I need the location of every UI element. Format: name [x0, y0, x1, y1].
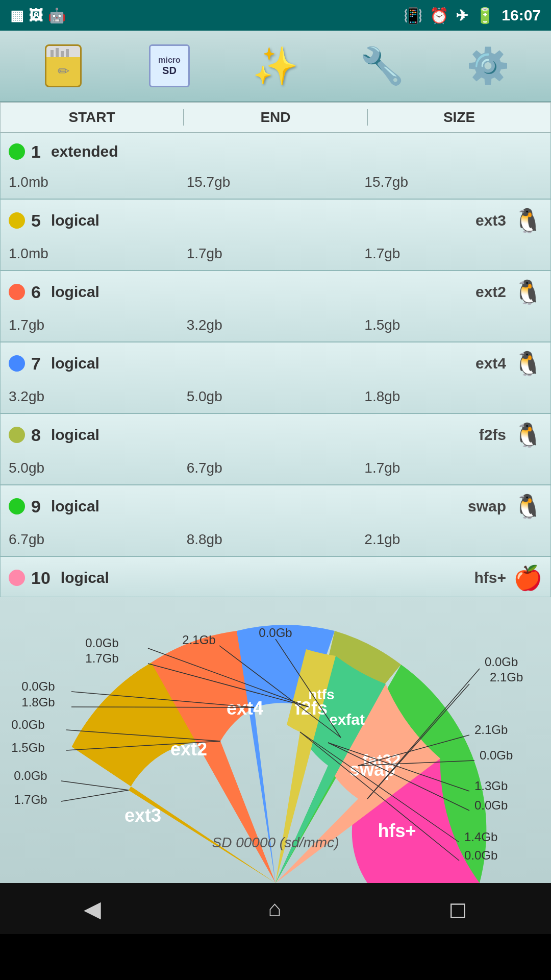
partition-type-1: extended	[51, 143, 542, 160]
partition-row-8[interactable]: 8 logical f2fs 🐧 5.0gb 6.7gb 1.7gb	[0, 413, 551, 485]
partition-type-10: logical	[61, 569, 474, 586]
outer-label-ext2-zero: 0.0Gb	[11, 718, 44, 731]
partition-type-8: logical	[51, 426, 479, 444]
nav-bar: ◀ ⌂ ◻	[0, 883, 551, 934]
partition-start-1: 1.0mb	[9, 174, 187, 190]
partition-row-5[interactable]: 5 logical ext3 🐧 1.0mb 1.7gb 1.7gb	[0, 199, 551, 271]
partition-dot-6	[9, 284, 25, 300]
partition-row-10[interactable]: 10 logical hfs+ 🍎	[0, 556, 551, 597]
svg-line-0	[61, 790, 129, 801]
outer-label-hfsplus: 2.1Gb	[490, 670, 523, 684]
partition-size-1: 15.7gb	[364, 174, 542, 190]
tools-button[interactable]: 🔧	[359, 43, 405, 89]
donut-chart: ext3 ext2 ext4 f2fs swap hfs+ fat32 exfa…	[0, 618, 551, 883]
partition-size-5: 1.7gb	[364, 246, 542, 262]
apple-icon-10: 🍎	[513, 564, 542, 592]
svg-line-4	[71, 707, 254, 707]
partition-num-8: 8	[31, 425, 41, 445]
partition-num-1: 1	[31, 142, 41, 162]
outer-label-exfat-zero: 0.0Gb	[474, 798, 508, 812]
partition-dot-1	[9, 143, 25, 160]
alarm-icon: ⏰	[430, 7, 448, 24]
partition-fs-9: swap	[468, 498, 506, 515]
linux-icon-7: 🐧	[513, 350, 542, 377]
partition-start-8: 5.0gb	[9, 460, 187, 476]
partition-fs-5: ext3	[475, 212, 506, 229]
status-left-icons: ▦ 🖼 🤖	[10, 7, 66, 24]
outer-label-fat32-zero: 0.0Gb	[480, 748, 513, 762]
partition-end-7: 5.0gb	[187, 388, 365, 405]
outer-label-ext4: 1.8Gb	[21, 695, 55, 709]
partition-size-6: 1.5gb	[364, 317, 542, 333]
outer-label-exfat: 1.3Gb	[474, 779, 508, 793]
partition-fs-8: f2fs	[479, 426, 506, 444]
partition-dot-10	[9, 570, 25, 586]
partition-dot-5	[9, 212, 25, 229]
home-button[interactable]: ⌂	[268, 896, 282, 921]
android-icon: 🤖	[48, 7, 66, 24]
partition-dot-7	[9, 355, 25, 372]
partition-size-9: 2.1gb	[364, 531, 542, 548]
partition-row-6[interactable]: 6 logical ext2 🐧 1.7gb 3.2gb 1.5gb	[0, 271, 551, 342]
partition-type-6: logical	[51, 283, 475, 301]
partition-type-7: logical	[51, 355, 475, 372]
outer-label-ntfs-zero: 0.0Gb	[464, 848, 497, 862]
magic-wand-button[interactable]: ✨	[253, 43, 298, 89]
sd-card-button[interactable]: ✏	[40, 43, 86, 89]
partition-row-7[interactable]: 7 logical ext4 🐧 3.2gb 5.0gb 1.8gb	[0, 342, 551, 413]
status-right-icons: 📳 ⏰ ✈ 🔋 16:07	[404, 7, 541, 24]
partition-size-8: 1.7gb	[364, 460, 542, 476]
recents-button[interactable]: ◻	[448, 896, 467, 922]
outer-label-fat32: 2.1Gb	[474, 723, 508, 737]
partition-num-5: 5	[31, 211, 41, 231]
label-ext3: ext3	[124, 805, 161, 826]
chart-area: ext3 ext2 ext4 f2fs swap hfs+ fat32 exfa…	[0, 597, 551, 883]
partition-end-6: 3.2gb	[187, 317, 365, 333]
chart-center-label: SD 00000 (sd/mmc)	[212, 835, 339, 850]
airplane-icon: ✈	[456, 7, 468, 24]
partition-end-5: 1.7gb	[187, 246, 365, 262]
partition-fs-6: ext2	[475, 283, 506, 301]
table-header: START END SIZE	[0, 102, 551, 133]
partition-size-7: 1.8gb	[364, 388, 542, 405]
microsd-button[interactable]: micro SD	[146, 43, 192, 89]
partition-start-7: 3.2gb	[9, 388, 187, 405]
time-display: 16:07	[502, 7, 541, 24]
photos-icon: 🖼	[29, 7, 43, 24]
partition-row-1[interactable]: 1 extended 1.0mb 15.7gb 15.7gb	[0, 133, 551, 199]
outer-label-f2fs: 1.7Gb	[85, 651, 118, 665]
status-bar: ▦ 🖼 🤖 📳 ⏰ ✈ 🔋 16:07	[0, 0, 551, 31]
partition-start-5: 1.0mb	[9, 246, 187, 262]
partition-dot-8	[9, 427, 25, 443]
outer-label-ext4-zero: 0.0Gb	[21, 679, 55, 693]
linux-icon-5: 🐧	[513, 207, 542, 234]
partition-dot-9	[9, 498, 25, 514]
svg-line-1	[61, 781, 129, 790]
back-button[interactable]: ◀	[84, 896, 101, 922]
sim-icon: ▦	[10, 7, 23, 24]
partition-end-8: 6.7gb	[187, 460, 365, 476]
linux-icon-8: 🐧	[513, 421, 542, 449]
partition-num-9: 9	[31, 497, 41, 517]
partition-row-9[interactable]: 9 logical swap 🐧 6.7gb 8.8gb 2.1gb	[0, 485, 551, 556]
label-exfat: exfat	[329, 711, 365, 728]
partition-num-10: 10	[31, 568, 51, 588]
outer-label-ext2: 1.5Gb	[11, 741, 44, 754]
partition-end-1: 15.7gb	[187, 174, 365, 190]
partition-start-6: 1.7gb	[9, 317, 187, 333]
header-size: SIZE	[368, 109, 550, 126]
partition-list: START END SIZE 1 extended 1.0mb 15.7gb 1…	[0, 102, 551, 597]
vibrate-icon: 📳	[404, 7, 422, 24]
partition-start-9: 6.7gb	[9, 531, 187, 548]
header-start: START	[1, 109, 184, 126]
label-ext4: ext4	[227, 698, 263, 719]
outer-label-swap-zero: 0.0Gb	[259, 626, 292, 640]
partition-fs-10: hfs+	[474, 569, 506, 586]
outer-label-hfsplus-zero: 0.0Gb	[485, 655, 518, 669]
outer-label-f2fs-zero: 0.0Gb	[85, 636, 118, 650]
label-ext2: ext2	[170, 739, 207, 760]
outer-label-swap: 2.1Gb	[182, 633, 215, 647]
partition-fs-7: ext4	[475, 355, 506, 372]
label-hfsplus: hfs+	[378, 820, 416, 841]
settings-button[interactable]: ⚙️	[465, 43, 511, 89]
